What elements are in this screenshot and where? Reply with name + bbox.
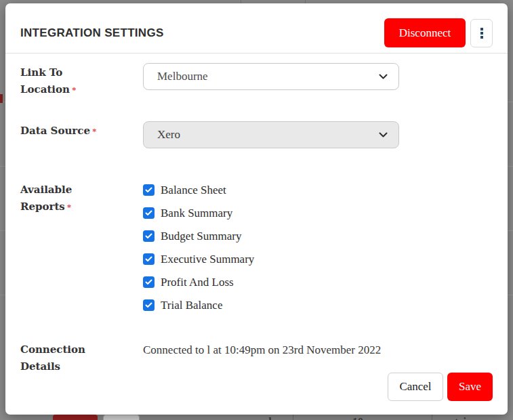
connection-details-value: Connected to l at 10:49pm on 23rd Novemb… [143,340,399,358]
background-bottom-strip: show 10 entries [0,415,513,420]
background-divider [293,415,293,420]
report-checkbox-item[interactable]: Profit And Loss [143,274,399,291]
checkbox-checked-icon[interactable] [143,276,155,288]
link-to-location-row: Link To Location* Melbourne [20,63,493,98]
report-checkbox-item[interactable]: Balance Sheet [143,182,399,198]
location-select-value: Melbourne [157,70,379,83]
checkbox-label: Budget Summary [161,230,241,243]
required-asterisk: * [67,202,72,212]
cancel-button[interactable]: Cancel [388,373,443,401]
modal-header: INTEGRATION SETTINGS Disconnect [5,3,508,53]
checkbox-label: Bank Summary [161,207,232,220]
location-select[interactable]: Melbourne [143,63,399,90]
checkbox-checked-icon[interactable] [143,253,155,265]
report-checkbox-item[interactable]: Budget Summary [143,228,399,245]
background-show-label: show [264,416,288,420]
disconnect-button[interactable]: Disconnect [384,18,466,47]
modal-title: INTEGRATION SETTINGS [20,26,164,40]
data-source-select: Xero [143,121,399,148]
checkbox-label: Executive Summary [161,253,254,266]
save-button[interactable]: Save [447,373,493,401]
background-divider [432,415,432,420]
checkbox-checked-icon[interactable] [143,230,155,242]
available-reports-label: Available Reports* [20,180,143,215]
data-source-select-value: Xero [157,128,379,142]
connection-details-label: Connection Details [20,340,143,375]
modal-body: Link To Location* Melbourne Data Source*… [5,54,508,375]
checkbox-label: Balance Sheet [161,184,226,197]
integration-settings-modal: INTEGRATION SETTINGS Disconnect Link To … [5,3,508,415]
background-red-button [53,415,98,420]
background-red-button-sliver [0,94,3,103]
link-to-location-label: Link To Location* [20,63,143,98]
kebab-menu-icon [480,28,483,39]
checkbox-label: Trial Balance [161,299,222,312]
report-checkbox-item[interactable]: Executive Summary [143,251,399,268]
data-source-label: Data Source* [20,121,143,140]
header-actions: Disconnect [384,18,493,47]
checkbox-checked-icon[interactable] [143,299,155,311]
background-entries-label: entries [444,416,475,420]
checkbox-checked-icon[interactable] [143,184,155,196]
chevron-down-icon [379,132,388,138]
report-checkbox-item[interactable]: Trial Balance [143,297,399,314]
background-page-size: 10 [352,416,363,420]
report-checkbox-list: Balance Sheet Bank Summary Budget Summar… [143,180,399,320]
kebab-menu-button[interactable] [470,19,493,47]
connection-details-row: Connection Details Connected to l at 10:… [20,340,493,375]
checkbox-checked-icon[interactable] [143,207,155,219]
required-asterisk: * [92,126,97,136]
background-white-button [103,415,140,420]
report-checkbox-item[interactable]: Bank Summary [143,205,399,222]
required-asterisk: * [72,85,77,95]
available-reports-row: Available Reports* Balance Sheet Bank Su… [20,180,493,320]
checkbox-label: Profit And Loss [161,276,234,289]
chevron-down-icon [379,74,388,80]
modal-footer: Cancel Save [388,373,493,401]
data-source-row: Data Source* Xero [20,121,493,148]
